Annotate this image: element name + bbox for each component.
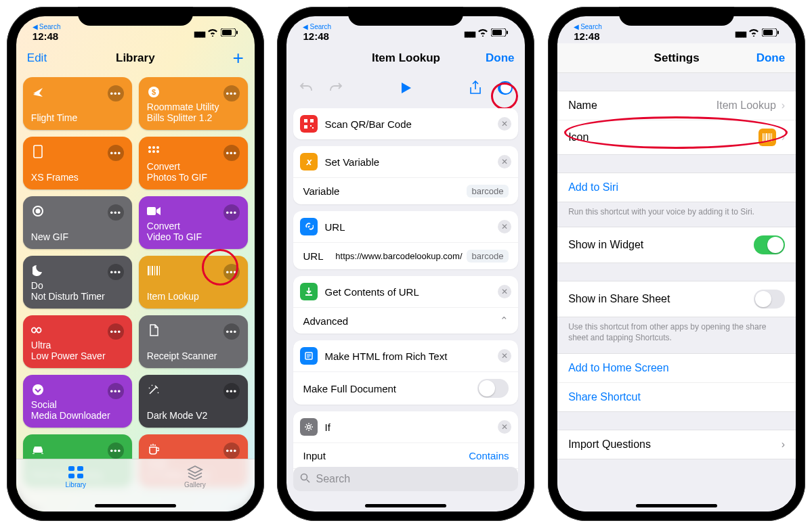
delete-action-icon[interactable]: ✕ (498, 220, 511, 233)
done-button[interactable]: Done (751, 51, 785, 65)
shortcut-tile[interactable]: •••ConvertPhotos To GIF (139, 137, 248, 189)
shortcut-tile[interactable]: •••New GIF (23, 196, 132, 249)
chevron-up-icon: ⌃ (500, 315, 509, 327)
svg-rect-25 (77, 474, 83, 478)
delete-action-icon[interactable]: ✕ (498, 155, 511, 168)
more-icon[interactable]: ••• (223, 323, 240, 340)
more-icon[interactable]: ••• (108, 323, 124, 340)
delete-action-icon[interactable]: ✕ (498, 117, 511, 131)
back-to-search[interactable]: ◀ Search (303, 23, 331, 30)
action-get-contents[interactable]: Get Contents of URL ✕ Advanced ⌃ (293, 276, 518, 334)
delete-action-icon[interactable]: ✕ (498, 420, 511, 434)
more-icon[interactable]: ••• (223, 264, 240, 280)
status-time: 12:48 (574, 30, 599, 42)
more-icon[interactable]: ••• (223, 204, 240, 221)
toggle-show-widget[interactable] (754, 235, 785, 254)
undo-icon[interactable] (299, 81, 314, 95)
shortcut-tile[interactable]: •••Dark Mode V2 (139, 375, 248, 428)
play-icon[interactable] (398, 81, 413, 95)
infinity-icon (31, 323, 45, 337)
back-to-search[interactable]: ◀ Search (33, 23, 61, 30)
doc-icon (147, 323, 161, 337)
back-to-search[interactable]: ◀ Search (574, 23, 602, 30)
url-row[interactable]: URL https://www.barcodelookup.com/barcod… (293, 242, 518, 269)
variable-row[interactable]: Variable barcode (293, 177, 518, 204)
row-share-sheet[interactable]: Show in Share Sheet (557, 281, 796, 317)
svg-point-8 (156, 146, 159, 149)
shortcut-tile[interactable]: •••Flight Time (23, 77, 132, 130)
barcode-icon (758, 129, 776, 146)
shortcut-tile[interactable]: $•••Roommate UtilityBills Splitter 1.2 (139, 77, 248, 130)
svg-rect-19 (156, 266, 158, 275)
more-icon[interactable]: ••• (223, 145, 240, 161)
row-show-widget[interactable]: Show in Widget (557, 227, 796, 263)
link-icon (300, 218, 318, 235)
phone-editor: ◀ Search 12:48 Item Lookup Done (277, 7, 534, 521)
shortcut-tile[interactable]: •••DoNot Disturb Timer (23, 256, 132, 309)
add-button[interactable]: + (210, 47, 244, 69)
settings-list[interactable]: Name Item Lookup› Icon › Add to Siri Run… (557, 73, 796, 511)
toggle-share-sheet[interactable] (754, 290, 785, 309)
home-indicator[interactable] (95, 504, 176, 507)
svg-text:$: $ (152, 88, 156, 96)
more-icon[interactable]: ••• (108, 442, 124, 459)
svg-rect-16 (150, 266, 150, 275)
row-name[interactable]: Name Item Lookup› (557, 91, 796, 120)
shortcut-tile[interactable]: •••ConvertVideo To GIF (139, 196, 248, 249)
dollar-icon: $ (147, 85, 161, 99)
download-icon (300, 283, 318, 300)
variable-icon: x (300, 153, 318, 170)
fulldoc-row[interactable]: Make Full Document (293, 371, 518, 405)
more-icon[interactable]: ••• (223, 442, 240, 459)
done-button[interactable]: Done (480, 51, 514, 65)
shortcut-tile[interactable]: •••Receipt Scanner (139, 315, 248, 368)
status-indicators (464, 27, 509, 39)
more-icon[interactable]: ••• (108, 383, 124, 399)
page-title: Item Lookup (331, 51, 480, 65)
row-add-homescreen[interactable]: Add to Home Screen (557, 354, 796, 382)
more-icon[interactable]: ••• (223, 85, 240, 101)
settings-toggle-icon[interactable] (498, 81, 513, 95)
edit-button[interactable]: Edit (27, 51, 61, 65)
action-search[interactable]: Search (293, 467, 518, 491)
row-icon[interactable]: Icon › (557, 120, 796, 154)
share-icon[interactable] (468, 81, 483, 95)
row-add-siri[interactable]: Add to Siri (557, 173, 796, 202)
chevron-right-icon: › (782, 438, 785, 451)
tile-label: UltraLow Power Saver (31, 340, 124, 361)
row-import-questions[interactable]: Import Questions › (557, 430, 796, 459)
editor-toolbar (286, 73, 525, 103)
redo-icon[interactable] (328, 81, 343, 95)
moon-icon (31, 264, 45, 277)
shortcut-tile[interactable]: •••XS Frames (23, 137, 132, 189)
advanced-row[interactable]: Advanced ⌃ (293, 307, 518, 334)
more-icon[interactable]: ••• (108, 204, 124, 221)
svg-rect-30 (310, 119, 314, 122)
siri-footer: Run this shortcut with your voice by add… (557, 202, 796, 227)
more-icon[interactable]: ••• (108, 85, 124, 101)
chevdown-icon (31, 383, 45, 396)
more-icon[interactable]: ••• (223, 383, 240, 399)
shortcut-tile[interactable]: •••SocialMedia Downloader (23, 375, 132, 428)
row-share-shortcut[interactable]: Share Shortcut (557, 382, 796, 411)
page-title: Settings (602, 51, 751, 65)
actions-list[interactable]: Scan QR/Bar Code ✕ x Set Variable ✕ Vari… (286, 103, 525, 472)
action-url[interactable]: URL ✕ URL https://www.barcodelookup.com/… (293, 211, 518, 269)
shortcut-tile[interactable]: •••UltraLow Power Saver (23, 315, 132, 368)
if-input-row[interactable]: Input Contains (293, 442, 518, 468)
more-icon[interactable]: ••• (108, 264, 124, 280)
more-icon[interactable]: ••• (108, 145, 124, 161)
delete-action-icon[interactable]: ✕ (498, 285, 511, 298)
home-indicator[interactable] (636, 504, 717, 507)
delete-action-icon[interactable]: ✕ (498, 349, 511, 363)
toggle-full-document[interactable] (477, 379, 509, 398)
action-set-variable[interactable]: x Set Variable ✕ Variable barcode (293, 146, 518, 204)
shortcut-tile[interactable]: •••Item Lookup (139, 256, 248, 309)
status-time: 12:48 (303, 30, 328, 42)
home-indicator[interactable] (365, 504, 446, 507)
gallery-tab-icon (187, 465, 203, 480)
action-make-html[interactable]: Make HTML from Rich Text ✕ Make Full Doc… (293, 340, 518, 405)
action-scan-qr[interactable]: Scan QR/Bar Code ✕ (293, 108, 518, 139)
action-if[interactable]: If ✕ Input Contains Value Barcode Not Fo… (293, 411, 518, 472)
barcode-icon (147, 264, 161, 277)
